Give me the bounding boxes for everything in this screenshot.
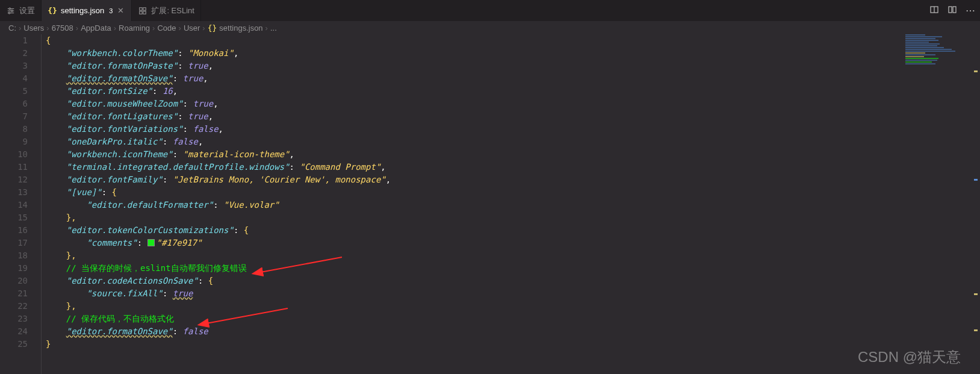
svg-rect-6 (140, 7, 142, 10)
scrollbar-vertical[interactable] (972, 34, 980, 374)
breadcrumb-segment[interactable]: AppData (81, 23, 111, 33)
tab-label: 扩展: ESLint (151, 5, 194, 16)
color-swatch[interactable] (147, 239, 155, 246)
tab-label: settings.json (61, 6, 104, 15)
breadcrumb[interactable]: C:› Users› 67508› AppData› Roaming› Code… (0, 21, 980, 34)
tab-bar: 设置 {} settings.json 3 ✕ 扩展: ESLint ⋯ (0, 0, 980, 21)
breadcrumb-segment[interactable]: C: (8, 23, 16, 33)
extension-icon (138, 6, 147, 16)
code-editor[interactable]: 1234567891011121314151617181920212223242… (0, 34, 980, 374)
svg-point-3 (11, 10, 13, 11)
json-braces-icon: {} (48, 6, 57, 16)
line-number-gutter: 1234567891011121314151617181920212223242… (0, 34, 41, 374)
chevron-right-icon: › (265, 23, 268, 33)
tab-actions: ⋯ (929, 0, 975, 21)
indent-guide (41, 34, 42, 374)
svg-rect-12 (949, 7, 952, 13)
svg-point-1 (9, 8, 11, 10)
close-icon[interactable]: ✕ (116, 6, 125, 15)
more-actions-icon[interactable]: ⋯ (966, 5, 975, 16)
scroll-marker (974, 329, 978, 331)
tab-label: 设置 (19, 5, 35, 16)
tab-dirty-count: 3 (109, 7, 113, 14)
breadcrumb-segment[interactable]: Code (157, 23, 176, 33)
svg-rect-7 (143, 7, 146, 10)
breadcrumb-segment[interactable]: 67508 (52, 23, 73, 33)
json-braces-icon: {} (208, 23, 217, 33)
tab-settings-json[interactable]: {} settings.json 3 ✕ (42, 0, 132, 21)
code-content[interactable]: { "workbench.colorTheme": "Monokai", "ed… (41, 34, 980, 374)
breadcrumb-segment[interactable]: User (184, 23, 200, 33)
tab-extension-eslint[interactable]: 扩展: ESLint (132, 0, 201, 21)
watermark: CSDN @猫天意 (858, 348, 961, 367)
chevron-right-icon: › (114, 23, 116, 33)
tab-settings-ui[interactable]: 设置 (0, 0, 42, 21)
scroll-marker (974, 179, 978, 181)
svg-rect-8 (140, 11, 142, 13)
breadcrumb-segment[interactable]: Users (23, 23, 44, 33)
svg-point-5 (8, 12, 10, 14)
breadcrumb-segment[interactable]: ... (270, 23, 277, 33)
breadcrumb-segment[interactable]: Roaming (119, 23, 150, 33)
scroll-marker (974, 293, 978, 295)
settings-sliders-icon (6, 6, 16, 16)
minimap[interactable] (905, 34, 972, 76)
svg-rect-13 (953, 7, 956, 13)
chevron-right-icon: › (179, 23, 181, 33)
chevron-right-icon: › (76, 23, 78, 33)
compare-changes-icon[interactable] (929, 5, 939, 16)
svg-rect-9 (143, 11, 146, 13)
chevron-right-icon: › (46, 23, 49, 33)
chevron-right-icon: › (202, 23, 205, 33)
chevron-right-icon: › (19, 23, 21, 33)
breadcrumb-segment[interactable]: settings.json (219, 23, 262, 33)
scroll-marker (974, 70, 978, 72)
split-editor-icon[interactable] (947, 5, 957, 16)
chevron-right-icon: › (152, 23, 155, 33)
